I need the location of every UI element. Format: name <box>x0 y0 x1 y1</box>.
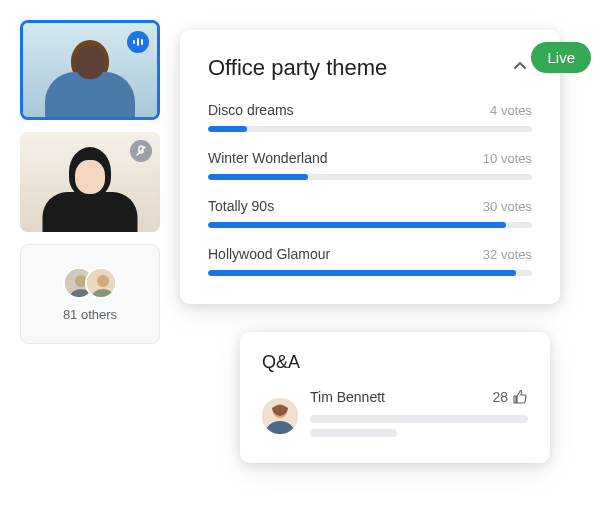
poll-option-votes: 4 votes <box>490 103 532 118</box>
poll-option[interactable]: Winter Wonderland 10 votes <box>208 150 532 180</box>
poll-option-label: Disco dreams <box>208 102 294 118</box>
poll-bar-fill <box>208 174 308 180</box>
poll-bar-track <box>208 174 532 180</box>
others-count: 81 others <box>63 307 117 322</box>
text-placeholder <box>310 429 397 437</box>
poll-bar-fill <box>208 126 247 132</box>
participant-tile[interactable] <box>20 132 160 232</box>
poll-option[interactable]: Hollywood Glamour 32 votes <box>208 246 532 276</box>
svg-rect-2 <box>141 39 143 45</box>
collapse-button[interactable] <box>508 54 532 82</box>
svg-point-7 <box>97 275 109 287</box>
poll-bar-fill <box>208 222 506 228</box>
avatar-group <box>63 267 117 299</box>
audio-active-icon <box>127 31 149 53</box>
chevron-up-icon <box>512 58 528 74</box>
qa-upvote-count: 28 <box>492 389 508 405</box>
qa-item[interactable]: Tim Bennett 28 <box>262 389 528 443</box>
poll-option-label: Totally 90s <box>208 198 274 214</box>
avatar <box>85 267 117 299</box>
qa-panel: Q&A Tim Bennett 28 <box>240 332 550 463</box>
text-placeholder <box>310 415 528 423</box>
qa-author-name: Tim Bennett <box>310 389 385 405</box>
poll-bar-track <box>208 270 532 276</box>
svg-rect-1 <box>137 38 139 46</box>
others-tile[interactable]: 81 others <box>20 244 160 344</box>
poll-option-votes: 32 votes <box>483 247 532 262</box>
thumbs-up-icon <box>512 389 528 405</box>
poll-bar-track <box>208 126 532 132</box>
poll-option-votes: 30 votes <box>483 199 532 214</box>
poll-bar-fill <box>208 270 516 276</box>
poll-option-label: Hollywood Glamour <box>208 246 330 262</box>
avatar <box>262 398 298 434</box>
svg-rect-0 <box>133 40 135 44</box>
poll-panel: Office party theme Disco dreams 4 votes … <box>180 30 560 304</box>
poll-bar-track <box>208 222 532 228</box>
qa-title: Q&A <box>262 352 528 373</box>
video-tiles-column: 81 others <box>20 20 160 344</box>
muted-icon <box>130 140 152 162</box>
poll-option-label: Winter Wonderland <box>208 150 328 166</box>
participant-tile-active[interactable] <box>20 20 160 120</box>
poll-option[interactable]: Disco dreams 4 votes <box>208 102 532 132</box>
live-badge: Live <box>531 42 591 73</box>
poll-option[interactable]: Totally 90s 30 votes <box>208 198 532 228</box>
qa-upvote-button[interactable]: 28 <box>492 389 528 405</box>
poll-option-votes: 10 votes <box>483 151 532 166</box>
poll-title: Office party theme <box>208 55 387 81</box>
